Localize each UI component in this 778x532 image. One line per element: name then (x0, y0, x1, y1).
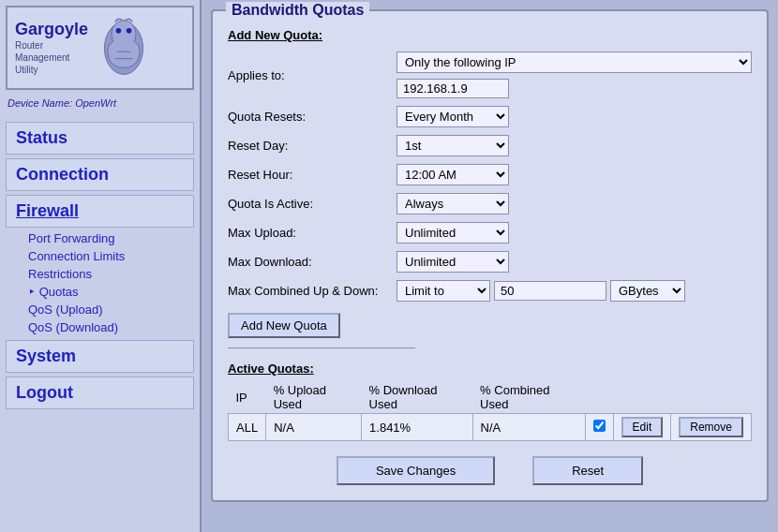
col-remove (671, 381, 752, 414)
max-upload-label: Max Upload: (228, 226, 396, 240)
col-upload: % Upload Used (266, 381, 362, 414)
edit-button[interactable]: Edit (621, 417, 664, 437)
quotas-table-header: IP % Upload Used % Download Used % Combi… (229, 381, 752, 414)
device-name: Device Name: OpenWrt (0, 96, 200, 114)
quota-active-control: Always (396, 193, 752, 214)
max-combined-select[interactable]: Limit to (396, 280, 490, 302)
reset-day-label: Reset Day: (228, 139, 396, 153)
reset-day-control: 1st (396, 135, 752, 156)
sidebar: Gargoyle Router Management Utility Devic… (0, 0, 202, 532)
nav-section-logout: Logout (6, 377, 194, 409)
ip-input[interactable] (396, 79, 509, 98)
max-combined-control: Limit to GBytes (396, 280, 752, 302)
max-combined-label: Max Combined Up & Down: (228, 284, 396, 298)
applies-to-row: Applies to: Only the following IP (228, 52, 752, 98)
quotas-table-body: ALL N/A 1.841% N/A Edit Remove (229, 414, 752, 441)
logo-text: Gargoyle Router Management Utility (15, 20, 88, 76)
save-changes-button[interactable]: Save Changes (337, 456, 495, 485)
sidebar-item-system[interactable]: System (6, 340, 194, 373)
logo-title: Gargoyle (15, 20, 88, 39)
sidebar-item-firewall[interactable]: Firewall (6, 195, 194, 228)
sidebar-item-quotas[interactable]: ‣ Quotas (24, 283, 194, 301)
nav-section-firewall: Firewall Port Forwarding Connection Limi… (6, 195, 194, 336)
col-combined: % Combined Used (472, 381, 585, 414)
reset-hour-label: Reset Hour: (228, 168, 396, 182)
col-actions (585, 381, 613, 414)
max-upload-row: Max Upload: Unlimited (228, 222, 752, 244)
max-upload-control: Unlimited (396, 222, 752, 244)
sidebar-item-qos-download[interactable]: QoS (Download) (24, 318, 194, 336)
row-remove-cell: Remove (671, 414, 752, 441)
col-download: % Download Used (362, 381, 473, 414)
sidebar-item-qos-upload[interactable]: QoS (Upload) (24, 301, 194, 318)
col-ip: IP (229, 381, 266, 414)
quota-active-select[interactable]: Always (396, 193, 509, 214)
svg-point-2 (116, 28, 122, 34)
quotas-table: IP % Upload Used % Download Used % Combi… (228, 381, 752, 441)
max-download-row: Max Download: Unlimited (228, 251, 752, 273)
nav-section-connection: Connection (6, 158, 194, 191)
add-quota-section-header: Add New Quota: (228, 28, 752, 42)
logo-sub: Router Management Utility (15, 39, 88, 76)
reset-day-row: Reset Day: 1st (228, 135, 752, 156)
row-active-checkbox[interactable] (593, 420, 606, 432)
applies-to-label: Applies to: (228, 68, 396, 82)
row-combined-used: N/A (472, 414, 585, 441)
quota-active-label: Quota Is Active: (228, 197, 396, 211)
ip-input-row (396, 79, 752, 98)
remove-button[interactable]: Remove (679, 417, 743, 437)
reset-day-select[interactable]: 1st (396, 135, 509, 156)
quota-resets-label: Quota Resets: (228, 110, 396, 124)
max-upload-select[interactable]: Unlimited (396, 222, 509, 244)
max-combined-row: Max Combined Up & Down: Limit to GBytes (228, 280, 752, 302)
col-edit (613, 381, 671, 414)
max-combined-amount-input[interactable] (494, 281, 606, 301)
svg-point-3 (127, 28, 132, 34)
add-quota-button[interactable]: Add New Quota (228, 313, 340, 338)
max-download-label: Max Download: (228, 255, 396, 269)
sidebar-item-port-forwarding[interactable]: Port Forwarding (24, 229, 194, 247)
row-upload-used: N/A (266, 414, 362, 441)
row-edit-cell: Edit (613, 414, 671, 441)
section-divider (228, 347, 415, 348)
sidebar-nav: Status Connection Firewall Port Forwardi… (0, 122, 200, 532)
sidebar-item-logout[interactable]: Logout (6, 377, 194, 409)
dragon-icon (96, 15, 152, 81)
firewall-subnav: Port Forwarding Connection Limits Restri… (6, 229, 194, 336)
reset-hour-select[interactable]: 12:00 AM (396, 164, 509, 185)
sidebar-item-restrictions[interactable]: Restrictions (24, 265, 194, 283)
quota-resets-select[interactable]: Every Month (396, 106, 509, 127)
reset-button[interactable]: Reset (532, 456, 643, 485)
quota-resets-control: Every Month (396, 106, 752, 127)
main-content: Bandwidth Quotas Add New Quota: Applies … (202, 0, 778, 532)
bottom-buttons: Save Changes Reset (228, 456, 752, 485)
sidebar-item-connection[interactable]: Connection (6, 158, 194, 191)
nav-section-system: System (6, 340, 194, 373)
active-quotas-section: Active Quotas: IP % Upload Used % Downlo… (228, 362, 752, 441)
table-row: ALL N/A 1.841% N/A Edit Remove (229, 414, 752, 441)
reset-hour-row: Reset Hour: 12:00 AM (228, 164, 752, 185)
applies-to-select[interactable]: Only the following IP (396, 52, 752, 73)
max-download-select[interactable]: Unlimited (396, 251, 509, 273)
row-ip: ALL (229, 414, 266, 441)
bandwidth-quotas-panel: Bandwidth Quotas Add New Quota: Applies … (211, 9, 769, 502)
row-checkbox-cell (585, 414, 613, 441)
applies-to-control: Only the following IP (396, 52, 752, 98)
row-download-used: 1.841% (362, 414, 473, 441)
active-quotas-title: Active Quotas: (228, 362, 752, 376)
panel-title: Bandwidth Quotas (226, 2, 369, 19)
quota-active-row: Quota Is Active: Always (228, 193, 752, 214)
reset-hour-control: 12:00 AM (396, 164, 752, 185)
nav-section-status: Status (6, 122, 194, 155)
sidebar-item-status[interactable]: Status (6, 122, 194, 155)
sidebar-header: Gargoyle Router Management Utility (6, 6, 194, 90)
max-download-control: Unlimited (396, 251, 752, 273)
max-combined-unit-select[interactable]: GBytes (610, 280, 685, 302)
sidebar-item-connection-limits[interactable]: Connection Limits (24, 247, 194, 265)
quota-resets-row: Quota Resets: Every Month (228, 106, 752, 127)
